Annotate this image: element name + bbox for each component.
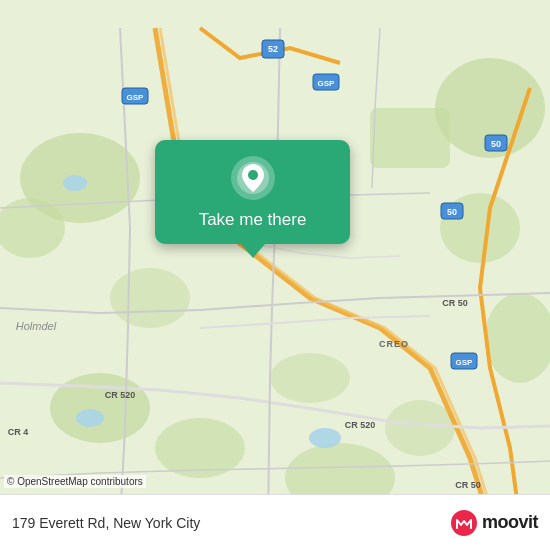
location-pin-icon — [231, 156, 275, 200]
moovit-brand-text: moovit — [482, 512, 538, 533]
svg-rect-11 — [370, 108, 450, 168]
address-label: 179 Everett Rd, New York City — [12, 515, 200, 531]
svg-point-38 — [451, 510, 477, 536]
svg-text:50: 50 — [447, 207, 457, 217]
osm-attribution: © OpenStreetMap contributors — [4, 475, 146, 488]
map-container: 52 GSP GSP 50 50 CR 50 GSP CR 520 CR 520… — [0, 0, 550, 550]
svg-text:CR 520: CR 520 — [345, 420, 376, 430]
svg-text:CR 50: CR 50 — [442, 298, 468, 308]
svg-text:CREO: CREO — [379, 339, 409, 349]
svg-text:GSP: GSP — [456, 358, 474, 367]
svg-text:52: 52 — [268, 44, 278, 54]
svg-text:CR 4: CR 4 — [8, 427, 29, 437]
svg-text:Holmdel: Holmdel — [16, 320, 57, 332]
svg-point-37 — [248, 170, 258, 180]
svg-text:GSP: GSP — [318, 79, 336, 88]
svg-text:CR 50: CR 50 — [455, 480, 481, 490]
svg-text:GSP: GSP — [127, 93, 145, 102]
svg-point-13 — [63, 175, 87, 191]
osm-attribution-text: © OpenStreetMap contributors — [7, 476, 143, 487]
svg-point-10 — [110, 268, 190, 328]
bottom-bar: 179 Everett Rd, New York City moovit — [0, 494, 550, 550]
svg-text:50: 50 — [491, 139, 501, 149]
svg-point-15 — [309, 428, 341, 448]
svg-point-5 — [50, 373, 150, 443]
svg-point-14 — [76, 409, 104, 427]
map-background: 52 GSP GSP 50 50 CR 50 GSP CR 520 CR 520… — [0, 0, 550, 550]
svg-text:CR 520: CR 520 — [105, 390, 136, 400]
svg-point-12 — [270, 353, 350, 403]
take-me-there-button[interactable]: Take me there — [199, 210, 307, 230]
moovit-logo: moovit — [450, 509, 538, 537]
svg-point-8 — [385, 400, 455, 456]
moovit-logo-icon — [450, 509, 478, 537]
take-me-there-card[interactable]: Take me there — [155, 140, 350, 244]
